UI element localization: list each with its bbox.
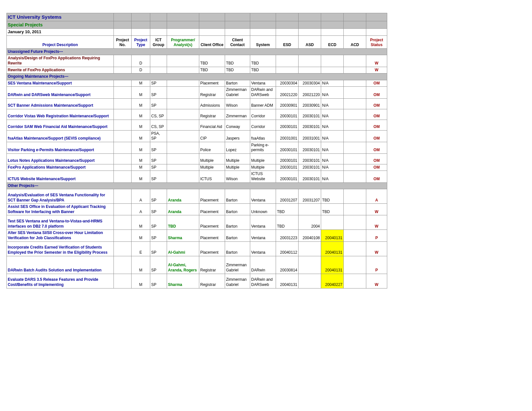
page-subtitle: Special Projects — [7, 21, 114, 28]
col-office: Client Office — [199, 35, 225, 48]
table-row: Assist SES Office in Evaluation of Appli… — [7, 204, 387, 215]
table-row: Evaluate DARS 3.5 Release Features and P… — [7, 274, 387, 288]
col-asd: ASD — [299, 35, 321, 48]
col-esd: ESD — [276, 35, 299, 48]
table-row: Alter SES Ventana SI/SII Cross-over Hour… — [7, 230, 387, 241]
table-row: Test SES Ventana and Ventana-to-Vistas-a… — [7, 215, 387, 230]
projects-table: ICT University Systems Special Projects … — [6, 13, 387, 289]
col-group: ICT Group — [150, 35, 167, 48]
table-row: Visitor Parking e-Permits Maintenance/Su… — [7, 142, 387, 153]
table-row: Corridor SAM Web Financial Aid Maintenan… — [7, 120, 387, 130]
col-desc: Project Description — [7, 35, 114, 48]
table-row: SCT Banner Admissions Maintenance/Suppor… — [7, 98, 387, 109]
table-row: Incorporate Credits Earned Verification … — [7, 241, 387, 256]
table-row: Analysis/Design of FoxPro Applications R… — [7, 55, 387, 67]
col-system: System — [250, 35, 276, 48]
col-acd: ACD — [344, 35, 366, 48]
table-row: DARwin and DARSweb Maintenance/SupportMS… — [7, 87, 387, 98]
col-status: Project Status — [366, 35, 387, 48]
table-row: ICTUS Website Maintenance/SupportMSPICTU… — [7, 171, 387, 182]
section-other: Other Projects--- — [7, 182, 387, 189]
section-ongoing: Ongoing Maintenance Projects--- — [7, 73, 387, 80]
report-date: January 10, 2011 — [7, 28, 114, 35]
section-unassigned: Unassigned Future Projects--- — [7, 48, 387, 55]
col-no: Project No. — [114, 35, 132, 48]
page-title: ICT University Systems — [7, 13, 114, 21]
table-row: SES Ventana Maintenance/SupportMSPPlacem… — [7, 80, 387, 87]
table-row: Corridor Vistas Web Registration Mainten… — [7, 109, 387, 120]
table-row: fsaAtlas Maintenance/Support (SEVIS comp… — [7, 130, 387, 142]
table-row: Analysis/Evaluation of SES Ventana Funct… — [7, 189, 387, 204]
col-contact: Client Contact — [225, 35, 250, 48]
table-row: DARwin Batch Audits Solution and Impleme… — [7, 256, 387, 274]
table-row: FoxPro Applications Maintenance/SupportM… — [7, 164, 387, 171]
table-row: Lotus Notes Applications Maintenance/Sup… — [7, 153, 387, 164]
project-desc: Rewrite of FoxPro Applications — [7, 67, 114, 73]
col-ecd: ECD — [321, 35, 344, 48]
col-type: Project Type — [132, 35, 150, 48]
col-analyst: Programmer/ Analyst(s) — [167, 35, 199, 48]
project-desc: Analysis/Design of FoxPro Applications R… — [7, 55, 114, 67]
table-row: Rewrite of FoxPro Applications D TBDTBDT… — [7, 67, 387, 73]
